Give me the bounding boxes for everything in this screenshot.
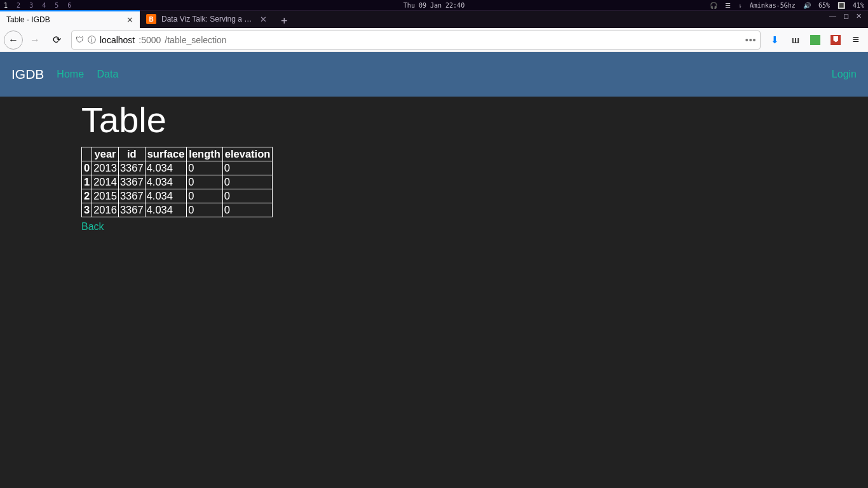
extension-icon[interactable]: ш	[786, 31, 804, 49]
close-icon[interactable]: ✕	[260, 15, 267, 24]
workspace-6[interactable]: 6	[67, 2, 71, 9]
url-host: localhost	[100, 35, 135, 45]
nav-data[interactable]: Data	[97, 69, 118, 79]
table-row: 2201533674.03400	[82, 189, 273, 203]
page-viewport: IGDB Home Data Login Table year id surfa…	[0, 52, 868, 488]
page-actions-icon[interactable]: •••	[745, 35, 757, 45]
nav-login[interactable]: Login	[832, 69, 857, 79]
window-controls[interactable]: — ◻ ✕	[829, 12, 864, 20]
workspace-2[interactable]: 2	[17, 2, 20, 9]
workspace-3[interactable]: 3	[29, 2, 33, 9]
cell-year: 2013	[92, 161, 119, 175]
tab-active[interactable]: Table - IGDB ✕	[0, 10, 140, 28]
extension-green-icon[interactable]	[806, 31, 824, 49]
row-index: 0	[82, 161, 92, 175]
blogger-icon: B	[146, 14, 156, 24]
col-elevation: elevation	[222, 147, 273, 161]
url-port: :5000	[139, 35, 161, 45]
col-surface: surface	[145, 147, 187, 161]
brand[interactable]: IGDB	[11, 67, 44, 82]
table-row: 0201333674.03400	[82, 161, 273, 175]
cell-id: 3367	[118, 161, 145, 175]
tab-inactive[interactable]: B Data Viz Talk: Serving a mat ✕	[140, 10, 273, 28]
download-icon[interactable]: ⬇	[766, 31, 783, 49]
col-length: length	[187, 147, 223, 161]
browser-tabstrip: Table - IGDB ✕ B Data Viz Talk: Serving …	[0, 10, 868, 28]
wifi-name: Aminkas-5Ghz	[750, 2, 796, 9]
col-id: id	[118, 147, 145, 161]
cell-surface: 4.034	[145, 161, 187, 175]
tab-title: Data Viz Talk: Serving a mat	[161, 15, 255, 24]
col-year: year	[92, 147, 119, 161]
back-button[interactable]: ←	[4, 30, 23, 50]
table-row: 3201633674.03400	[82, 203, 273, 217]
col-index	[82, 147, 92, 161]
page-title: Table	[81, 99, 787, 140]
shield-icon[interactable]: 🛡	[76, 35, 84, 44]
cell-surface: 4.034	[145, 175, 187, 189]
row-index: 2	[82, 189, 92, 203]
cell-id: 3367	[118, 189, 145, 203]
row-index: 1	[82, 175, 92, 189]
cell-year: 2014	[92, 175, 119, 189]
row-index: 3	[82, 203, 92, 217]
volume-icon: 🔊	[803, 2, 811, 9]
cell-length: 0	[187, 189, 223, 203]
address-bar[interactable]: 🛡 ⓘ localhost:5000/table_selection •••	[71, 30, 761, 50]
workspace-5[interactable]: 5	[55, 2, 58, 9]
cell-elevation: 0	[222, 161, 273, 175]
data-table: year id surface length elevation 0201333…	[81, 147, 273, 217]
close-icon[interactable]: ✕	[126, 15, 133, 25]
headphones-icon: 🎧	[710, 2, 717, 9]
new-tab-button[interactable]: +	[273, 15, 295, 28]
os-top-bar: 1 2 3 4 5 6 Thu 09 Jan 22:40 🎧 ☰ ⇂ Amink…	[0, 0, 868, 10]
wifi-icon: ⇂	[738, 2, 742, 9]
cell-elevation: 0	[222, 189, 273, 203]
cell-surface: 4.034	[145, 203, 187, 217]
site-info-icon[interactable]: ⓘ	[88, 34, 96, 46]
cell-length: 0	[187, 203, 223, 217]
battery-icon: 🔳	[837, 2, 845, 9]
nav-home[interactable]: Home	[57, 69, 84, 79]
site-navbar: IGDB Home Data Login	[0, 52, 868, 97]
back-link[interactable]: Back	[81, 221, 104, 233]
battery-percent: 41%	[853, 2, 864, 9]
cell-year: 2016	[92, 203, 119, 217]
ublock-icon[interactable]	[827, 31, 844, 49]
volume-percent: 65%	[818, 2, 830, 9]
menu-button[interactable]: ≡	[847, 33, 864, 46]
table-header-row: year id surface length elevation	[82, 147, 273, 161]
url-path: /table_selection	[165, 35, 226, 45]
forward-button: →	[25, 30, 44, 50]
workspace-4[interactable]: 4	[42, 2, 46, 9]
cell-id: 3367	[118, 175, 145, 189]
cell-length: 0	[187, 175, 223, 189]
reload-button[interactable]: ⟳	[47, 30, 66, 50]
tab-title: Table - IGDB	[6, 15, 121, 24]
settings-icon[interactable]: ☰	[725, 2, 731, 9]
cell-id: 3367	[118, 203, 145, 217]
os-clock: Thu 09 Jan 22:40	[403, 2, 465, 9]
cell-length: 0	[187, 161, 223, 175]
workspace-switcher[interactable]: 1 2 3 4 5 6	[4, 2, 76, 9]
workspace-1[interactable]: 1	[4, 2, 8, 9]
browser-toolbar: ← → ⟳ 🛡 ⓘ localhost:5000/table_selection…	[0, 28, 868, 52]
cell-elevation: 0	[222, 203, 273, 217]
cell-elevation: 0	[222, 175, 273, 189]
cell-surface: 4.034	[145, 189, 187, 203]
cell-year: 2015	[92, 189, 119, 203]
table-row: 1201433674.03400	[82, 175, 273, 189]
